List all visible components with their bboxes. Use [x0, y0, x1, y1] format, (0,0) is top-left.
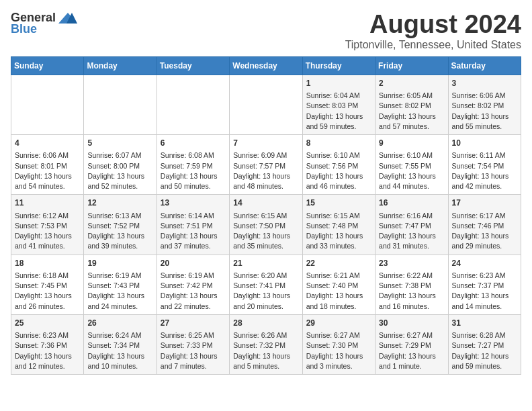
- cell-content: Sunrise: 6:19 AM Sunset: 7:42 PM Dayligh…: [161, 271, 226, 312]
- day-header-monday: Monday: [84, 56, 157, 75]
- cell-content: Sunrise: 6:27 AM Sunset: 7:30 PM Dayligh…: [306, 330, 371, 371]
- day-number: 20: [161, 258, 226, 269]
- cell-content: Sunrise: 6:27 AM Sunset: 7:29 PM Dayligh…: [379, 330, 444, 371]
- day-number: 10: [452, 138, 517, 149]
- calendar-cell: 12Sunrise: 6:13 AM Sunset: 7:52 PM Dayli…: [84, 195, 157, 255]
- calendar-cell: 11Sunrise: 6:12 AM Sunset: 7:53 PM Dayli…: [11, 195, 84, 255]
- day-number: 11: [15, 197, 80, 209]
- day-header-friday: Friday: [375, 56, 448, 75]
- header: General Blue August 2024 Tiptonville, Te…: [11, 11, 521, 51]
- day-number: 17: [452, 197, 517, 209]
- calendar-cell: 20Sunrise: 6:19 AM Sunset: 7:42 PM Dayli…: [157, 255, 229, 314]
- day-number: 25: [15, 318, 80, 329]
- calendar-cell: 2Sunrise: 6:05 AM Sunset: 8:02 PM Daylig…: [375, 75, 448, 134]
- calendar-cell: 19Sunrise: 6:19 AM Sunset: 7:43 PM Dayli…: [84, 255, 157, 314]
- calendar-cell: [230, 75, 302, 134]
- day-number: 24: [452, 258, 517, 269]
- calendar-cell: 25Sunrise: 6:23 AM Sunset: 7:36 PM Dayli…: [11, 314, 84, 374]
- cell-content: Sunrise: 6:17 AM Sunset: 7:46 PM Dayligh…: [452, 211, 517, 252]
- day-header-wednesday: Wednesday: [230, 56, 302, 75]
- cell-content: Sunrise: 6:21 AM Sunset: 7:40 PM Dayligh…: [306, 271, 371, 312]
- day-number: 26: [87, 318, 152, 329]
- cell-content: Sunrise: 6:13 AM Sunset: 7:52 PM Dayligh…: [87, 211, 152, 252]
- day-number: 16: [379, 197, 444, 209]
- day-number: 13: [161, 197, 226, 209]
- page-subtitle: Tiptonville, Tennessee, United States: [345, 39, 521, 51]
- title-area: August 2024 Tiptonville, Tennessee, Unit…: [345, 11, 521, 51]
- calendar-cell: 4Sunrise: 6:06 AM Sunset: 8:01 PM Daylig…: [11, 135, 84, 195]
- calendar-cell: 7Sunrise: 6:09 AM Sunset: 7:57 PM Daylig…: [230, 135, 302, 195]
- calendar-cell: 6Sunrise: 6:08 AM Sunset: 7:59 PM Daylig…: [157, 135, 229, 195]
- cell-content: Sunrise: 6:18 AM Sunset: 7:45 PM Dayligh…: [15, 271, 80, 312]
- day-number: 3: [452, 78, 517, 89]
- calendar-cell: 1Sunrise: 6:04 AM Sunset: 8:03 PM Daylig…: [302, 75, 375, 134]
- calendar-cell: 13Sunrise: 6:14 AM Sunset: 7:51 PM Dayli…: [157, 195, 229, 255]
- day-number: 4: [15, 138, 80, 149]
- cell-content: Sunrise: 6:28 AM Sunset: 7:27 PM Dayligh…: [452, 330, 517, 371]
- day-number: 14: [233, 197, 298, 209]
- calendar-week-row: 4Sunrise: 6:06 AM Sunset: 8:01 PM Daylig…: [11, 135, 521, 195]
- calendar-cell: 31Sunrise: 6:28 AM Sunset: 7:27 PM Dayli…: [448, 314, 521, 374]
- calendar-cell: 9Sunrise: 6:10 AM Sunset: 7:55 PM Daylig…: [375, 135, 448, 195]
- day-number: 21: [233, 258, 298, 269]
- calendar-cell: 23Sunrise: 6:22 AM Sunset: 7:38 PM Dayli…: [375, 255, 448, 314]
- calendar-cell: 14Sunrise: 6:15 AM Sunset: 7:50 PM Dayli…: [230, 195, 302, 255]
- cell-content: Sunrise: 6:10 AM Sunset: 7:55 PM Dayligh…: [379, 150, 444, 191]
- day-header-saturday: Saturday: [448, 56, 521, 75]
- day-number: 18: [15, 258, 80, 269]
- calendar-cell: 18Sunrise: 6:18 AM Sunset: 7:45 PM Dayli…: [11, 255, 84, 314]
- calendar-cell: 26Sunrise: 6:24 AM Sunset: 7:34 PM Dayli…: [84, 314, 157, 374]
- logo-icon: [58, 11, 77, 25]
- cell-content: Sunrise: 6:05 AM Sunset: 8:02 PM Dayligh…: [379, 91, 444, 132]
- cell-content: Sunrise: 6:24 AM Sunset: 7:34 PM Dayligh…: [87, 330, 152, 371]
- cell-content: Sunrise: 6:20 AM Sunset: 7:41 PM Dayligh…: [233, 271, 298, 312]
- cell-content: Sunrise: 6:07 AM Sunset: 8:00 PM Dayligh…: [87, 150, 152, 191]
- logo-blue-text: Blue: [11, 22, 37, 36]
- cell-content: Sunrise: 6:10 AM Sunset: 7:56 PM Dayligh…: [306, 150, 371, 191]
- cell-content: Sunrise: 6:14 AM Sunset: 7:51 PM Dayligh…: [161, 211, 226, 252]
- cell-content: Sunrise: 6:15 AM Sunset: 7:48 PM Dayligh…: [306, 211, 371, 252]
- calendar-table: SundayMondayTuesdayWednesdayThursdayFrid…: [11, 56, 521, 375]
- calendar-cell: 3Sunrise: 6:06 AM Sunset: 8:02 PM Daylig…: [448, 75, 521, 134]
- day-number: 9: [379, 138, 444, 149]
- cell-content: Sunrise: 6:23 AM Sunset: 7:37 PM Dayligh…: [452, 271, 517, 312]
- cell-content: Sunrise: 6:04 AM Sunset: 8:03 PM Dayligh…: [306, 91, 371, 132]
- calendar-cell: 29Sunrise: 6:27 AM Sunset: 7:30 PM Dayli…: [302, 314, 375, 374]
- cell-content: Sunrise: 6:11 AM Sunset: 7:54 PM Dayligh…: [452, 150, 517, 191]
- logo: General Blue: [11, 11, 77, 36]
- calendar-cell: 15Sunrise: 6:15 AM Sunset: 7:48 PM Dayli…: [302, 195, 375, 255]
- day-number: 23: [379, 258, 444, 269]
- cell-content: Sunrise: 6:16 AM Sunset: 7:47 PM Dayligh…: [379, 211, 444, 252]
- calendar-week-row: 11Sunrise: 6:12 AM Sunset: 7:53 PM Dayli…: [11, 195, 521, 255]
- cell-content: Sunrise: 6:26 AM Sunset: 7:32 PM Dayligh…: [233, 330, 298, 371]
- calendar-week-row: 1Sunrise: 6:04 AM Sunset: 8:03 PM Daylig…: [11, 75, 521, 134]
- cell-content: Sunrise: 6:06 AM Sunset: 8:02 PM Dayligh…: [452, 91, 517, 132]
- day-number: 19: [87, 258, 152, 269]
- cell-content: Sunrise: 6:09 AM Sunset: 7:57 PM Dayligh…: [233, 150, 298, 191]
- calendar-cell: 5Sunrise: 6:07 AM Sunset: 8:00 PM Daylig…: [84, 135, 157, 195]
- cell-content: Sunrise: 6:12 AM Sunset: 7:53 PM Dayligh…: [15, 211, 80, 252]
- day-number: 28: [233, 318, 298, 329]
- calendar-cell: 16Sunrise: 6:16 AM Sunset: 7:47 PM Dayli…: [375, 195, 448, 255]
- day-header-tuesday: Tuesday: [157, 56, 229, 75]
- day-number: 2: [379, 78, 444, 89]
- day-number: 12: [87, 197, 152, 209]
- cell-content: Sunrise: 6:08 AM Sunset: 7:59 PM Dayligh…: [161, 150, 226, 191]
- day-number: 7: [233, 138, 298, 149]
- day-number: 8: [306, 138, 371, 149]
- cell-content: Sunrise: 6:25 AM Sunset: 7:33 PM Dayligh…: [161, 330, 226, 371]
- calendar-cell: [157, 75, 229, 134]
- day-number: 29: [306, 318, 371, 329]
- calendar-cell: 27Sunrise: 6:25 AM Sunset: 7:33 PM Dayli…: [157, 314, 229, 374]
- cell-content: Sunrise: 6:19 AM Sunset: 7:43 PM Dayligh…: [87, 271, 152, 312]
- calendar-cell: 22Sunrise: 6:21 AM Sunset: 7:40 PM Dayli…: [302, 255, 375, 314]
- day-number: 31: [452, 318, 517, 329]
- calendar-cell: [84, 75, 157, 134]
- day-header-sunday: Sunday: [11, 56, 84, 75]
- cell-content: Sunrise: 6:23 AM Sunset: 7:36 PM Dayligh…: [15, 330, 80, 371]
- calendar-cell: 8Sunrise: 6:10 AM Sunset: 7:56 PM Daylig…: [302, 135, 375, 195]
- calendar-cell: 17Sunrise: 6:17 AM Sunset: 7:46 PM Dayli…: [448, 195, 521, 255]
- cell-content: Sunrise: 6:22 AM Sunset: 7:38 PM Dayligh…: [379, 271, 444, 312]
- day-number: 1: [306, 78, 371, 89]
- day-number: 30: [379, 318, 444, 329]
